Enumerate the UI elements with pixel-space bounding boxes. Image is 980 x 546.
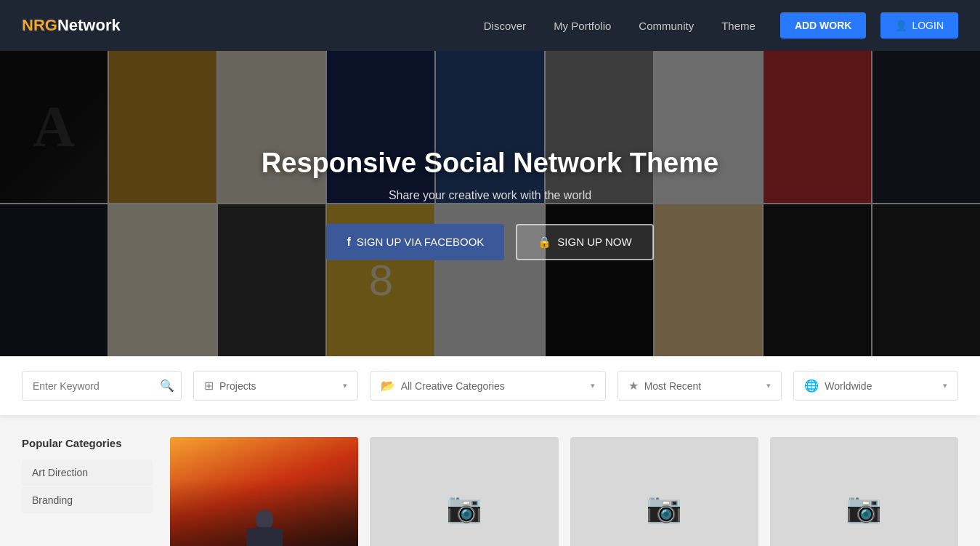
sidebar-item-branding[interactable]: Branding xyxy=(22,487,153,513)
hero-section: A 8 Responsive Social Network Theme Shar… xyxy=(0,51,980,356)
filter-bar: 🔍 ⊞ Projects ▾ 📂 All Creative Categories… xyxy=(0,356,980,415)
portfolio-card[interactable] xyxy=(170,437,358,546)
location-label: Worldwide xyxy=(825,380,937,392)
navbar: NRGNetwork Discover My Portfolio Communi… xyxy=(0,0,980,51)
keyword-input-wrap[interactable]: 🔍 xyxy=(22,371,182,401)
nav-theme[interactable]: Theme xyxy=(711,14,766,38)
sidebar-title: Popular Categories xyxy=(22,437,153,449)
card-figure xyxy=(170,479,358,546)
search-icon: 🔍 xyxy=(160,379,174,393)
signup-facebook-label: SIGN UP VIA FACEBOOK xyxy=(357,236,485,248)
facebook-icon: f xyxy=(347,236,350,249)
camera-icon: 📷 xyxy=(446,491,482,525)
svg-rect-3 xyxy=(274,529,283,546)
folder-icon: 📂 xyxy=(381,379,395,393)
hero-subtitle: Share your creative work with the world xyxy=(262,189,718,202)
card-placeholder: 📷 xyxy=(370,437,558,546)
card-placeholder: 📷 xyxy=(570,437,758,546)
svg-rect-1 xyxy=(254,527,275,546)
projects-label: Projects xyxy=(219,380,337,392)
camera-icon: 📷 xyxy=(646,491,682,525)
login-button[interactable]: 👤 LOGIN xyxy=(880,12,958,39)
star-icon: ★ xyxy=(628,379,639,393)
svg-rect-2 xyxy=(246,529,255,546)
sidebar: Popular Categories Art Direction Brandin… xyxy=(22,437,153,546)
brand-network: Network xyxy=(57,16,121,34)
chevron-down-icon: ▾ xyxy=(591,381,595,390)
lock-icon: 🔒 xyxy=(538,236,551,249)
nav-links: Discover My Portfolio Community Theme AD… xyxy=(474,12,867,39)
chevron-down-icon: ▾ xyxy=(343,381,347,390)
add-work-button[interactable]: ADD WORK xyxy=(780,12,867,39)
sort-dropdown[interactable]: ★ Most Recent ▾ xyxy=(617,371,782,401)
camera-icon: 📷 xyxy=(846,491,882,525)
hero-title: Responsive Social Network Theme xyxy=(262,148,718,179)
nav-my-portfolio[interactable]: My Portfolio xyxy=(543,14,621,38)
brand-logo[interactable]: NRGNetwork xyxy=(22,16,121,35)
chevron-down-icon: ▾ xyxy=(766,381,771,390)
portfolio-card[interactable]: 📷 xyxy=(570,437,758,546)
login-label: LOGIN xyxy=(912,20,944,31)
user-icon: 👤 xyxy=(895,20,907,31)
categories-dropdown[interactable]: 📂 All Creative Categories ▾ xyxy=(370,371,606,401)
hero-buttons: f SIGN UP VIA FACEBOOK 🔒 SIGN UP NOW xyxy=(262,224,718,260)
main-content: Popular Categories Art Direction Brandin… xyxy=(0,415,980,546)
character-svg xyxy=(239,505,290,546)
signup-facebook-button[interactable]: f SIGN UP VIA FACEBOOK xyxy=(326,224,504,260)
portfolio-grid: 📷 📷 📷 xyxy=(170,437,958,546)
signup-label: SIGN UP NOW xyxy=(557,236,631,248)
sort-label: Most Recent xyxy=(644,380,761,392)
search-input[interactable] xyxy=(33,380,160,392)
nav-community[interactable]: Community xyxy=(628,14,704,38)
portfolio-card[interactable]: 📷 xyxy=(370,437,558,546)
brand-nrg: NRG xyxy=(22,16,57,34)
location-dropdown[interactable]: 🌐 Worldwide ▾ xyxy=(793,371,958,401)
globe-icon: 🌐 xyxy=(804,379,819,393)
nav-discover[interactable]: Discover xyxy=(474,14,536,38)
card-placeholder: 📷 xyxy=(770,437,958,546)
projects-dropdown[interactable]: ⊞ Projects ▾ xyxy=(193,371,358,401)
chevron-down-icon: ▾ xyxy=(943,381,947,390)
categories-label: All Creative Categories xyxy=(401,380,585,392)
portfolio-card[interactable]: 📷 xyxy=(770,437,958,546)
svg-point-0 xyxy=(256,510,273,530)
grid-icon: ⊞ xyxy=(204,379,214,393)
hero-content: Responsive Social Network Theme Share yo… xyxy=(262,148,718,260)
signup-button[interactable]: 🔒 SIGN UP NOW xyxy=(516,224,653,260)
sidebar-item-art-direction[interactable]: Art Direction xyxy=(22,459,153,486)
